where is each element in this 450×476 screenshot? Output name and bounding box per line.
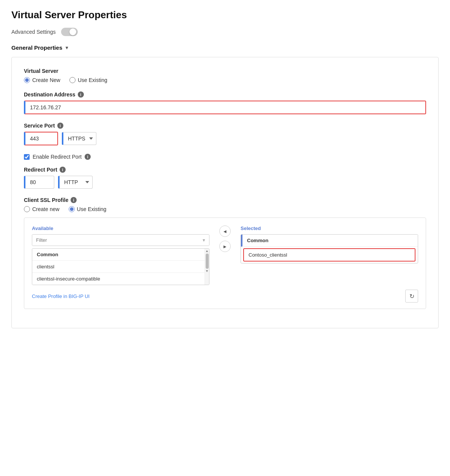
- redirect-port-field-group: Redirect Port i HTTP HTTPS FTP Other: [24, 167, 426, 189]
- scroll-up-icon[interactable]: ▲: [205, 249, 209, 253]
- virtual-server-use-existing-label: Use Existing: [78, 77, 107, 83]
- enable-redirect-port-checkbox[interactable]: [24, 154, 30, 160]
- client-ssl-use-existing-option[interactable]: Use Existing: [69, 206, 107, 212]
- list-item[interactable]: clientssl-insecure-compatible: [32, 273, 205, 285]
- transfer-left-button[interactable]: ◀: [219, 225, 231, 237]
- client-ssl-profile-field-group: Client SSL Profile i Create new Use Exis…: [24, 197, 426, 309]
- redirect-port-input[interactable]: [24, 176, 54, 189]
- available-list-wrapper: Common clientssl clientssl-insecure-comp…: [32, 248, 209, 285]
- service-port-input[interactable]: [24, 132, 58, 145]
- redirect-port-row: HTTP HTTPS FTP Other: [24, 176, 426, 189]
- virtual-server-radio-group: Create New Use Existing: [24, 77, 426, 83]
- available-list-content: Common clientssl clientssl-insecure-comp…: [32, 249, 205, 285]
- virtual-server-use-existing-radio[interactable]: [69, 77, 76, 83]
- service-port-label: Service Port i: [24, 123, 426, 129]
- destination-address-info-icon[interactable]: i: [78, 91, 84, 98]
- selected-item[interactable]: Contoso_clientssl: [243, 248, 415, 262]
- client-ssl-create-new-option[interactable]: Create new: [24, 206, 60, 212]
- refresh-icon: ↻: [409, 293, 414, 300]
- scroll-down-icon[interactable]: ▼: [205, 270, 209, 273]
- advanced-settings-label: Advanced Settings: [11, 29, 56, 35]
- left-arrow-icon: ◀: [223, 229, 227, 233]
- client-ssl-radio-group: Create new Use Existing: [24, 206, 426, 212]
- general-properties-header[interactable]: General Properties ▼: [11, 44, 439, 51]
- ssl-available-column: Available ▾ Common clientssl clie: [32, 225, 209, 285]
- destination-address-label: Destination Address i: [24, 91, 426, 98]
- selected-list: Common Contoso_clientssl: [241, 234, 418, 263]
- main-card: Virtual Server Create New Use Existing D…: [11, 57, 439, 328]
- client-ssl-use-existing-label: Use Existing: [77, 206, 107, 212]
- ssl-columns: Available ▾ Common clientssl clie: [32, 225, 418, 285]
- client-ssl-profile-label-text: Client SSL Profile: [24, 197, 68, 203]
- virtual-server-create-new-option[interactable]: Create New: [24, 77, 60, 83]
- enable-redirect-port-row: Enable Redirect Port i: [24, 154, 426, 160]
- ssl-panel-bottom-row: Create Profile in BIG-IP UI ↻: [32, 290, 418, 303]
- virtual-server-label-text: Virtual Server: [24, 68, 58, 74]
- list-item[interactable]: clientssl: [32, 261, 205, 273]
- client-ssl-create-new-radio[interactable]: [24, 206, 30, 212]
- scroll-thumb[interactable]: [206, 254, 209, 269]
- advanced-settings-toggle[interactable]: [61, 28, 78, 36]
- page-title: Virtual Server Properties: [11, 9, 439, 21]
- transfer-right-button[interactable]: ▶: [219, 241, 231, 252]
- ssl-selected-label: Selected: [241, 225, 418, 231]
- virtual-server-label: Virtual Server: [24, 68, 426, 74]
- available-group-header: Common: [32, 249, 205, 261]
- filter-row: ▾: [32, 234, 209, 246]
- service-port-info-icon[interactable]: i: [57, 123, 63, 129]
- client-ssl-profile-label: Client SSL Profile i: [24, 197, 426, 203]
- service-port-field-group: Service Port i HTTPS HTTP FTP SMTP Other: [24, 123, 426, 145]
- ssl-selected-column: Selected Common Contoso_clientssl: [241, 225, 418, 263]
- available-group-name: Common: [37, 252, 58, 257]
- virtual-server-create-new-label: Create New: [32, 77, 60, 83]
- ssl-available-label: Available: [32, 225, 209, 231]
- redirect-port-label: Redirect Port i: [24, 167, 426, 173]
- selected-group-header: Common: [241, 235, 418, 247]
- enable-redirect-port-info-icon[interactable]: i: [85, 154, 91, 160]
- redirect-port-label-text: Redirect Port: [24, 167, 57, 173]
- enable-redirect-port-label: Enable Redirect Port: [33, 154, 82, 160]
- create-profile-link[interactable]: Create Profile in BIG-IP UI: [32, 293, 90, 299]
- client-ssl-use-existing-radio[interactable]: [69, 206, 75, 212]
- service-port-row: HTTPS HTTP FTP SMTP Other: [24, 132, 426, 145]
- destination-address-label-text: Destination Address: [24, 91, 76, 98]
- redirect-port-info-icon[interactable]: i: [60, 167, 66, 173]
- advanced-settings-row: Advanced Settings: [11, 28, 439, 36]
- client-ssl-create-new-label: Create new: [32, 206, 60, 212]
- available-scroll-track: ▲ ▼: [205, 249, 209, 285]
- redirect-protocol-select[interactable]: HTTP HTTPS FTP Other: [58, 176, 93, 189]
- general-properties-label: General Properties: [11, 44, 62, 51]
- destination-address-input[interactable]: [24, 101, 426, 114]
- virtual-server-field-group: Virtual Server Create New Use Existing: [24, 68, 426, 83]
- virtual-server-create-new-radio[interactable]: [24, 77, 30, 83]
- ssl-panel: Available ▾ Common clientssl clie: [24, 218, 426, 309]
- service-port-label-text: Service Port: [24, 123, 55, 129]
- client-ssl-info-icon[interactable]: i: [71, 197, 77, 203]
- general-properties-chevron: ▼: [65, 45, 69, 50]
- refresh-button[interactable]: ↻: [405, 290, 418, 303]
- filter-input[interactable]: [32, 235, 199, 246]
- transfer-buttons: ◀ ▶: [216, 225, 234, 252]
- service-protocol-select[interactable]: HTTPS HTTP FTP SMTP Other: [62, 132, 96, 145]
- destination-address-field-group: Destination Address i: [24, 91, 426, 114]
- filter-icon: ▾: [199, 235, 209, 246]
- virtual-server-use-existing-option[interactable]: Use Existing: [69, 77, 107, 83]
- right-arrow-icon: ▶: [223, 244, 227, 249]
